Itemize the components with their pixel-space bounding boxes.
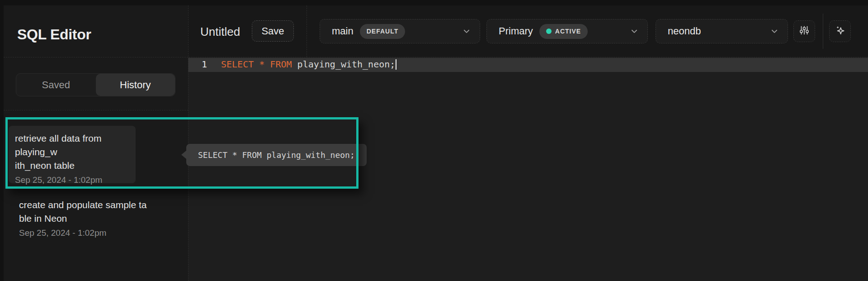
- branch-select[interactable]: main DEFAULT: [320, 19, 480, 43]
- code-line[interactable]: SELECT * FROM playing_with_neon;: [221, 59, 396, 70]
- default-badge: DEFAULT: [360, 24, 406, 39]
- history-item-selected[interactable]: retrieve all data from playing_w ith_neo…: [9, 126, 136, 183]
- save-button[interactable]: Save: [252, 20, 294, 42]
- compute-select-label: Primary: [499, 25, 533, 37]
- saved-history-tabs: Saved History: [16, 73, 175, 96]
- ai-assistant-button[interactable]: [829, 20, 851, 42]
- history-sql-tooltip: SELECT * FROM playing_with_neon;: [186, 144, 367, 166]
- header-divider: [4, 57, 868, 57]
- save-section-divider: [307, 5, 307, 57]
- history-item-title: retrieve all data from playing_w ith_neo…: [15, 132, 129, 172]
- tooltip-sql-text: SELECT * FROM playing_with_neon;: [198, 150, 355, 160]
- sliders-icon: [798, 24, 810, 38]
- chevron-down-icon: [630, 27, 638, 35]
- page-title: SQL Editor: [17, 26, 91, 43]
- history-item-timestamp: Sep 25, 2024 - 1:02pm: [15, 175, 129, 185]
- text-cursor: [396, 59, 396, 70]
- query-title: Untitled: [200, 25, 240, 39]
- compute-select[interactable]: Primary ACTIVE: [486, 19, 648, 43]
- active-badge-label: ACTIVE: [555, 28, 581, 35]
- tabs-section-divider: [4, 110, 188, 110]
- line-number: 1: [188, 59, 207, 70]
- history-item-timestamp: Sep 25, 2024 - 1:02pm: [19, 228, 173, 238]
- icon-section-divider: [823, 14, 823, 49]
- tab-saved[interactable]: Saved: [16, 74, 96, 96]
- database-select-label: neondb: [668, 25, 701, 37]
- sidebar-editor-divider: [188, 5, 189, 281]
- status-dot: [546, 29, 552, 34]
- tooltip-arrow: [181, 150, 187, 159]
- sql-keywords: SELECT * FROM: [221, 59, 292, 70]
- sql-identifier: playing_with_neon;: [292, 59, 396, 70]
- chevron-down-icon: [770, 27, 778, 35]
- editor-code-area[interactable]: [188, 57, 868, 281]
- active-badge: ACTIVE: [539, 24, 588, 39]
- sql-editor-page: SQL Editor Saved History retrieve all da…: [0, 0, 868, 281]
- tab-history[interactable]: History: [96, 74, 175, 96]
- history-item[interactable]: create and populate sample ta ble in Neo…: [19, 198, 173, 238]
- sparkles-icon: [834, 24, 846, 38]
- editor-settings-button[interactable]: [793, 20, 815, 42]
- chevron-down-icon: [462, 27, 471, 35]
- database-select[interactable]: neondb: [656, 19, 788, 43]
- branch-select-label: main: [332, 25, 354, 37]
- history-item-title: create and populate sample ta ble in Neo…: [19, 198, 173, 225]
